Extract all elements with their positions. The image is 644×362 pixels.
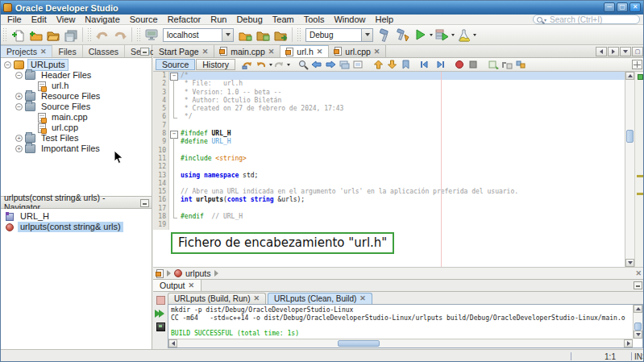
- menu-navigate[interactable]: Navigate: [80, 15, 124, 25]
- output-panel-tab[interactable]: Output ✕: [153, 280, 202, 291]
- menu-tools[interactable]: Tools: [299, 15, 330, 25]
- navigator-item[interactable]: urlputs(const string& urls): [1, 222, 152, 232]
- scroll-up-icon[interactable]: [634, 305, 642, 313]
- rerun-build-icon[interactable]: [156, 310, 164, 318]
- find-icon[interactable]: [297, 59, 310, 70]
- menu-file[interactable]: File: [2, 15, 27, 25]
- scroll-up-icon[interactable]: [625, 72, 634, 80]
- build-icon[interactable]: [376, 27, 393, 44]
- menu-debug[interactable]: Debug: [231, 15, 267, 25]
- config-combobox[interactable]: Debug: [305, 28, 373, 42]
- tree-item-header-files[interactable]: −Header Files: [1, 70, 152, 81]
- close-tab-icon[interactable]: ✕: [40, 46, 47, 57]
- config-dropdown-icon[interactable]: [361, 29, 372, 41]
- panel-tab-classes[interactable]: Classes: [83, 45, 125, 57]
- tab-list-dropdown-icon[interactable]: [620, 47, 631, 56]
- profile-dropdown-icon[interactable]: [473, 34, 476, 36]
- error-stripe[interactable]: [634, 72, 644, 267]
- tree-item-resource-files[interactable]: +Resource Files: [1, 91, 152, 102]
- maximize-editor-icon[interactable]: ▢: [632, 47, 643, 56]
- find-previous-icon[interactable]: [310, 59, 324, 70]
- tree-toggle-icon[interactable]: −: [4, 61, 11, 69]
- scroll-right-icon[interactable]: [624, 339, 633, 347]
- minimize-panel-icon[interactable]: [140, 48, 149, 56]
- find-next-icon[interactable]: [324, 59, 338, 70]
- navigator-item[interactable]: URL_H: [1, 211, 152, 222]
- add-host-icon[interactable]: [236, 27, 254, 44]
- select-in-projects-icon[interactable]: [351, 59, 365, 70]
- code-editor[interactable]: 1/*2 * File: url.h3 * Version: 1.0 -- be…: [153, 72, 625, 267]
- comment-icon[interactable]: [487, 59, 501, 70]
- back-icon[interactable]: [255, 59, 268, 70]
- menu-view[interactable]: View: [52, 15, 81, 25]
- terminal-options-icon[interactable]: [156, 322, 165, 331]
- scroll-tabs-left-icon[interactable]: [596, 47, 607, 56]
- close-tab-icon[interactable]: ✕: [268, 48, 275, 56]
- next-occurrence-icon[interactable]: [385, 59, 399, 70]
- output-tab-active[interactable]: URLputs (Clean, Build)✕: [268, 293, 372, 304]
- open-remote-icon[interactable]: [254, 27, 272, 44]
- tree-item-url-cpp[interactable]: url.cpp: [1, 123, 152, 133]
- history-view-button[interactable]: History: [196, 59, 235, 70]
- panel-tab-projects[interactable]: Projects✕: [1, 45, 52, 57]
- menu-help[interactable]: Help: [371, 15, 399, 25]
- shift-right-icon[interactable]: [433, 59, 447, 70]
- output-vertical-scrollbar[interactable]: [633, 305, 642, 339]
- open-project-icon[interactable]: [44, 27, 62, 44]
- last-edit-icon[interactable]: [241, 59, 255, 70]
- breadcrumb-file-icon[interactable]: [156, 269, 164, 278]
- editor-vertical-scrollbar[interactable]: [625, 72, 634, 267]
- panel-tab-files[interactable]: Files: [52, 45, 82, 57]
- output-horizontal-scrollbar[interactable]: [168, 339, 633, 347]
- fold-toggle-icon[interactable]: [169, 72, 177, 80]
- close-tab-icon[interactable]: ✕: [253, 293, 260, 304]
- editor-tab-main-cpp[interactable]: main.cpp✕: [214, 45, 280, 57]
- menu-edit[interactable]: Edit: [27, 15, 52, 25]
- close-tab-icon[interactable]: ✕: [359, 293, 366, 304]
- menu-refactor[interactable]: Refactor: [163, 15, 206, 25]
- close-icon[interactable]: ✕: [629, 2, 641, 12]
- tree-item-important-files[interactable]: +Important Files: [1, 144, 152, 154]
- scroll-tabs-right-icon[interactable]: [608, 47, 619, 56]
- tree-item-source-files[interactable]: −Source Files: [1, 102, 152, 112]
- editor-tab-start-page[interactable]: Start Page✕: [153, 45, 214, 57]
- save-all-icon[interactable]: [62, 27, 80, 44]
- uncomment-icon[interactable]: [501, 59, 514, 70]
- scroll-left-icon[interactable]: [168, 339, 177, 347]
- tree-item-main-cpp[interactable]: main.cpp: [1, 112, 152, 123]
- host-dropdown-icon[interactable]: [222, 29, 233, 41]
- scroll-down-icon[interactable]: [634, 331, 642, 339]
- output-vscroll-thumb[interactable]: [634, 322, 642, 331]
- maximize-icon[interactable]: ▢: [617, 2, 628, 12]
- shift-left-icon[interactable]: [419, 59, 433, 70]
- undo-icon[interactable]: [93, 27, 111, 44]
- tree-toggle-icon[interactable]: +: [15, 145, 23, 152]
- breadcrumb-close-icon[interactable]: ✕: [635, 269, 642, 277]
- menu-source[interactable]: Source: [125, 15, 163, 25]
- search-dropdown-icon[interactable]: ▾: [544, 17, 546, 23]
- previous-occurrence-icon[interactable]: [372, 59, 385, 70]
- menu-run[interactable]: Run: [206, 15, 231, 25]
- close-tab-icon[interactable]: ✕: [202, 48, 209, 56]
- stripe-mark[interactable]: [637, 175, 643, 177]
- toggle-highlight-icon[interactable]: [338, 59, 351, 70]
- editor-tab-url-cpp[interactable]: url.cpp✕: [329, 45, 386, 57]
- output-hscroll-thumb[interactable]: [338, 340, 380, 347]
- output-minimize-icon[interactable]: [634, 281, 642, 289]
- tree-item-urlputs[interactable]: −URLputs: [1, 60, 152, 70]
- breadcrumb-item[interactable]: urlputs: [185, 268, 211, 278]
- split-editor-icon[interactable]: [632, 60, 642, 69]
- output-tab-inactive[interactable]: URLputs (Build, Run)✕: [168, 293, 266, 304]
- stripe-mark[interactable]: [637, 193, 643, 195]
- tree-item-url-h[interactable]: url.h: [1, 81, 152, 91]
- tree-toggle-icon[interactable]: +: [15, 93, 23, 100]
- redo-icon[interactable]: [111, 27, 129, 44]
- go-to-header-icon[interactable]: [514, 59, 528, 70]
- run-icon[interactable]: [411, 27, 429, 44]
- new-file-icon[interactable]: [9, 27, 27, 44]
- start-macro-recording-icon[interactable]: [453, 59, 467, 70]
- toggle-bookmark-icon[interactable]: [399, 59, 413, 70]
- tree-toggle-icon[interactable]: +: [15, 135, 23, 142]
- tree-toggle-icon[interactable]: −: [15, 103, 23, 110]
- profile-icon[interactable]: [455, 27, 472, 44]
